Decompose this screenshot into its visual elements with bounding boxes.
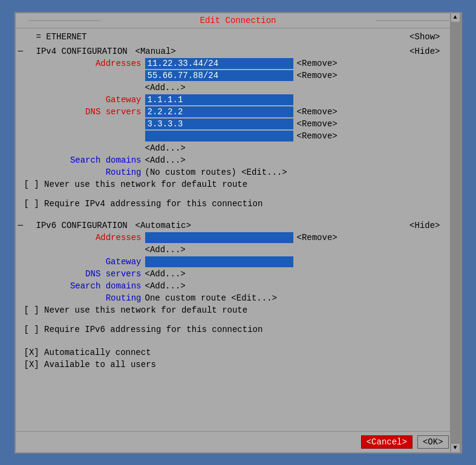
- ipv4-dns-label: DNS servers: [36, 107, 145, 117]
- ipv4-routing-label: Routing: [36, 167, 145, 177]
- ipv4-gateway-value[interactable]: 1.1.1.1: [145, 94, 293, 105]
- ipv6-add-address[interactable]: <Add...>: [145, 245, 186, 255]
- ipv6-hide-btn[interactable]: <Hide>: [409, 221, 440, 230]
- ipv4-search-label: Search domains: [36, 155, 145, 165]
- ipv4-search-add[interactable]: <Add...>: [145, 155, 186, 165]
- ipv6-search-add[interactable]: <Add...>: [145, 281, 186, 291]
- ipv6-require[interactable]: [ ] Require IPv6 addressing for this con…: [24, 325, 263, 334]
- auto-connect[interactable]: [X] Automatically connect: [24, 348, 151, 357]
- ipv6-never-default[interactable]: [ ] Never use this network for default r…: [24, 305, 248, 315]
- ipv4-pipe2: [18, 71, 36, 80]
- ipv4-addr-2[interactable]: 55.66.77.88/24: [145, 70, 293, 81]
- ipv4-add-address[interactable]: <Add...>: [145, 83, 186, 93]
- ipv6-gateway-value[interactable]: [145, 256, 293, 267]
- main-content: = ETHERNET <Show> ─ IPv4 CONFIGURATION <…: [16, 28, 461, 431]
- scrollbar[interactable]: ▲ ▼: [450, 28, 461, 431]
- ipv6-dns-add[interactable]: <Add...>: [145, 269, 186, 279]
- ipv6-tee: ─: [18, 221, 36, 230]
- ipv6-mode[interactable]: <Automatic>: [135, 221, 191, 230]
- ipv6-gateway-label: Gateway: [36, 257, 145, 267]
- arrow-annotation: [16, 70, 18, 82]
- ipv6-routing-label: Routing: [36, 293, 145, 303]
- ipv4-addr-1[interactable]: 11.22.33.44/24: [145, 58, 293, 69]
- scroll-track: [451, 28, 460, 431]
- ipv4-hide-btn[interactable]: <Hide>: [409, 47, 440, 56]
- arrow-svg: [16, 70, 18, 82]
- ok-button[interactable]: <OK>: [417, 435, 449, 449]
- ipv6-addr-1-remove[interactable]: <Remove>: [297, 233, 337, 242]
- ipv6-dns-label: DNS servers: [36, 269, 145, 279]
- ipv4-dns-1[interactable]: 2.2.2.2: [145, 106, 293, 117]
- title-bar: Edit Connection: [16, 13, 461, 28]
- ipv6-routing-value[interactable]: One custom route <Edit...>: [145, 293, 277, 303]
- ipv6-addr-1[interactable]: [145, 232, 293, 243]
- ethernet-show-btn[interactable]: <Show>: [409, 32, 440, 42]
- ipv4-require[interactable]: [ ] Require IPv4 addressing for this con…: [24, 199, 263, 209]
- ipv6-addresses-label: Addresses: [36, 233, 145, 242]
- ipv4-addr-2-remove[interactable]: <Remove>: [297, 71, 337, 80]
- ipv4-addresses-label: Addresses: [36, 59, 145, 68]
- ipv6-search-label: Search domains: [36, 281, 145, 291]
- ipv6-header: IPv6 CONFIGURATION: [36, 221, 133, 230]
- ipv4-dns-2[interactable]: 3.3.3.3: [145, 119, 293, 129]
- ipv4-mode[interactable]: <Manual>: [135, 47, 176, 56]
- window-title: Edit Connection: [200, 16, 276, 25]
- bottom-bar: <Cancel> <OK>: [16, 431, 461, 452]
- ipv4-dns-3[interactable]: [145, 131, 293, 141]
- ipv4-never-default[interactable]: [ ] Never use this network for default r…: [24, 180, 248, 189]
- cancel-button[interactable]: <Cancel>: [361, 435, 412, 449]
- ipv4-dns-3-remove[interactable]: <Remove>: [297, 131, 337, 141]
- ipv4-dns-1-remove[interactable]: <Remove>: [297, 107, 337, 117]
- ethernet-prefix: [18, 32, 36, 42]
- ipv4-tee: ─: [18, 47, 36, 56]
- available-users[interactable]: [X] Available to all users: [24, 360, 156, 369]
- ipv4-routing-value[interactable]: (No custom routes) <Edit...>: [145, 167, 287, 177]
- ipv4-pipe1: [18, 59, 36, 68]
- ipv4-dns-2-remove[interactable]: <Remove>: [297, 119, 337, 129]
- ipv4-add-dns[interactable]: <Add...>: [145, 143, 186, 153]
- ethernet-label: = ETHERNET: [36, 32, 410, 42]
- ipv4-addr-1-remove[interactable]: <Remove>: [297, 59, 337, 68]
- ipv4-gateway-label: Gateway: [36, 95, 145, 105]
- ipv4-header: IPv4 CONFIGURATION: [36, 47, 133, 56]
